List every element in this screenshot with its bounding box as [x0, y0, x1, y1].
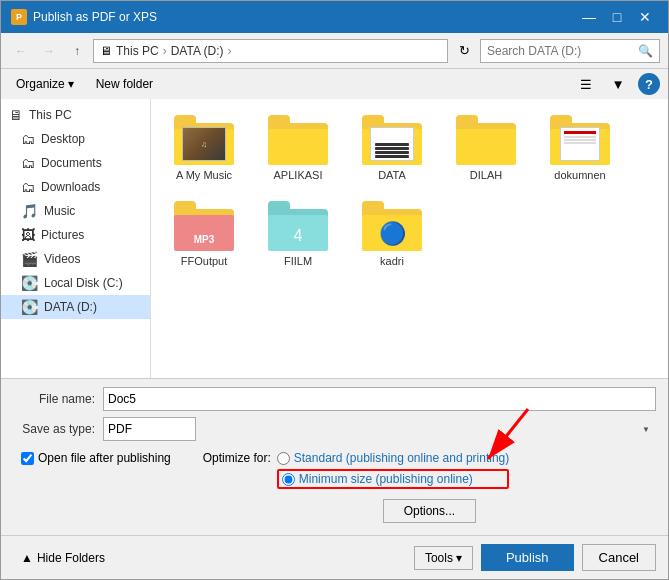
main-area: 🖥 This PC 🗂 Desktop 🗂 Documents 🗂 Downlo… [1, 99, 668, 378]
bottom-form-area: File name: Save as type: PDF XPS Documen… [1, 378, 668, 535]
new-folder-button[interactable]: New folder [89, 74, 160, 94]
file-item[interactable]: ♫ A My Music [159, 107, 249, 189]
pictures-icon: 🖼 [21, 227, 35, 243]
sidebar-item-label: Music [44, 204, 75, 218]
minimize-button[interactable]: — [576, 7, 602, 27]
help-button[interactable]: ? [638, 73, 660, 95]
cancel-button[interactable]: Cancel [582, 544, 656, 571]
view-button-2[interactable]: ▼ [606, 72, 630, 96]
options-button-row: Options... [203, 499, 656, 523]
folder-blue-icon: 🗂 [21, 131, 35, 147]
standard-radio[interactable] [277, 452, 290, 465]
optimize-for-label: Optimize for: [203, 451, 271, 465]
optimize-group: Optimize for: Standard (publishing onlin… [203, 451, 656, 523]
action-bar: Organize ▾ New folder ☰ ▼ ? [1, 69, 668, 99]
forward-button[interactable]: → [37, 39, 61, 63]
file-item[interactable]: APLIKASI [253, 107, 343, 189]
file-item[interactable]: dokumnen [535, 107, 625, 189]
organize-button[interactable]: Organize ▾ [9, 74, 81, 94]
sidebar-item-videos[interactable]: 🎬 Videos [1, 247, 150, 271]
maximize-button[interactable]: □ [604, 7, 630, 27]
sidebar-item-this-pc[interactable]: 🖥 This PC [1, 103, 150, 127]
file-name-label: File name: [13, 392, 103, 406]
hide-folders-label: Hide Folders [37, 551, 105, 565]
search-input[interactable] [487, 44, 638, 58]
tools-label: Tools [425, 551, 453, 565]
chevron-up-icon: ▲ [21, 551, 33, 565]
refresh-button[interactable]: ↻ [452, 39, 476, 63]
search-bar: 🔍 [480, 39, 660, 63]
sidebar-item-downloads[interactable]: 🗂 Downloads [1, 175, 150, 199]
save-type-row: Save as type: PDF XPS Document [13, 417, 656, 441]
file-item[interactable]: DILAH [441, 107, 531, 189]
breadcrumb[interactable]: 🖥 This PC › DATA (D:) › [93, 39, 448, 63]
standard-link[interactable]: Standard (publishing online and printing… [294, 451, 509, 465]
sidebar-item-data-d[interactable]: 💽 DATA (D:) [1, 295, 150, 319]
file-label: DATA [378, 169, 406, 181]
music-icon: 🎵 [21, 203, 38, 219]
sidebar-item-label: Local Disk (C:) [44, 276, 123, 290]
sidebar-item-label: Videos [44, 252, 80, 266]
view-button[interactable]: ☰ [574, 72, 598, 96]
file-label: A My Music [176, 169, 232, 181]
local-disk-icon: 💽 [21, 275, 38, 291]
breadcrumb-part1: This PC [116, 44, 159, 58]
min-size-radio-label[interactable]: Minimum size (publishing online) [282, 472, 473, 486]
file-item[interactable]: 4 FIILM [253, 193, 343, 275]
close-button[interactable]: ✕ [632, 7, 658, 27]
sidebar-item-pictures[interactable]: 🖼 Pictures [1, 223, 150, 247]
sidebar-item-label: This PC [29, 108, 72, 122]
publish-dialog: P Publish as PDF or XPS — □ ✕ ← → ↑ 🖥 Th… [0, 0, 669, 580]
min-size-radio[interactable] [282, 473, 295, 486]
standard-radio-label[interactable]: Standard (publishing online and printing… [277, 451, 509, 465]
file-item[interactable]: MP3 FFOutput [159, 193, 249, 275]
data-disk-icon: 💽 [21, 299, 38, 315]
tools-button[interactable]: Tools ▾ [414, 546, 473, 570]
sidebar-item-local-disk[interactable]: 💽 Local Disk (C:) [1, 271, 150, 295]
file-label: FFOutput [181, 255, 227, 267]
up-button[interactable]: ↑ [65, 39, 89, 63]
save-type-select[interactable]: PDF XPS Document [103, 417, 196, 441]
tools-chevron-icon: ▾ [456, 551, 462, 565]
save-type-label: Save as type: [13, 422, 103, 436]
title-text: Publish as PDF or XPS [33, 10, 576, 24]
minimum-size-box: Minimum size (publishing online) [277, 469, 509, 489]
breadcrumb-sep2: › [228, 44, 232, 58]
breadcrumb-part2: DATA (D:) [171, 44, 224, 58]
options-button[interactable]: Options... [383, 499, 476, 523]
breadcrumb-sep1: › [163, 44, 167, 58]
file-name-row: File name: [13, 387, 656, 411]
file-label: dokumnen [554, 169, 605, 181]
open-after-checkbox[interactable] [21, 452, 34, 465]
toolbar: ← → ↑ 🖥 This PC › DATA (D:) › ↻ 🔍 [1, 33, 668, 69]
documents-icon: 🗂 [21, 155, 35, 171]
sidebar-item-label: Pictures [41, 228, 84, 242]
checkbox-group: Open file after publishing [21, 451, 171, 465]
title-bar: P Publish as PDF or XPS — □ ✕ [1, 1, 668, 33]
sidebar-item-music[interactable]: 🎵 Music [1, 199, 150, 223]
sidebar-item-documents[interactable]: 🗂 Documents [1, 151, 150, 175]
file-grid: ♫ A My Music APLIKASI [159, 107, 660, 275]
file-item[interactable]: 🔵 kadri [347, 193, 437, 275]
hide-folders-button[interactable]: ▲ Hide Folders [13, 551, 113, 565]
back-button[interactable]: ← [9, 39, 33, 63]
organize-label: Organize [16, 77, 65, 91]
file-label: APLIKASI [274, 169, 323, 181]
organize-chevron-icon: ▾ [68, 77, 74, 91]
search-icon: 🔍 [638, 44, 653, 58]
sidebar-item-desktop[interactable]: 🗂 Desktop [1, 127, 150, 151]
file-label: DILAH [470, 169, 502, 181]
file-item[interactable]: DATA [347, 107, 437, 189]
file-label: FIILM [284, 255, 312, 267]
sidebar-item-label: Documents [41, 156, 102, 170]
open-after-label[interactable]: Open file after publishing [38, 451, 171, 465]
title-controls: — □ ✕ [576, 7, 658, 27]
publish-button[interactable]: Publish [481, 544, 574, 571]
sidebar-item-label: Downloads [41, 180, 100, 194]
file-name-input[interactable] [103, 387, 656, 411]
downloads-icon: 🗂 [21, 179, 35, 195]
footer: ▲ Hide Folders Tools ▾ Publish Cancel [1, 535, 668, 579]
videos-icon: 🎬 [21, 251, 38, 267]
file-area: ♫ A My Music APLIKASI [151, 99, 668, 378]
min-size-link[interactable]: Minimum size (publishing online) [299, 472, 473, 486]
